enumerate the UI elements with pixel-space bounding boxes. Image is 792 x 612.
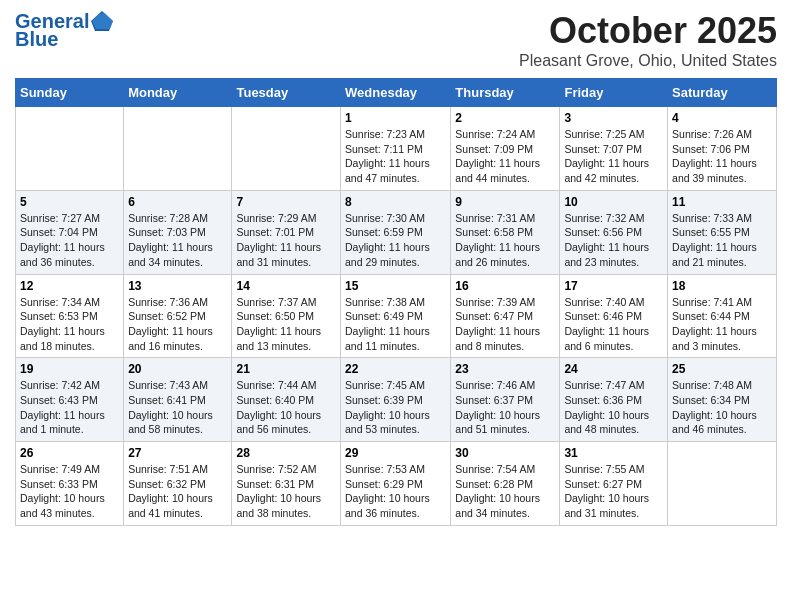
day-header-thursday: Thursday [451, 79, 560, 107]
day-info: Sunrise: 7:41 AM Sunset: 6:44 PM Dayligh… [672, 295, 772, 354]
day-info: Sunrise: 7:36 AM Sunset: 6:52 PM Dayligh… [128, 295, 227, 354]
day-number: 29 [345, 446, 446, 460]
day-header-tuesday: Tuesday [232, 79, 341, 107]
day-number: 22 [345, 362, 446, 376]
day-number: 1 [345, 111, 446, 125]
calendar-cell: 21Sunrise: 7:44 AM Sunset: 6:40 PM Dayli… [232, 358, 341, 442]
svg-marker-1 [92, 13, 113, 29]
day-number: 30 [455, 446, 555, 460]
day-info: Sunrise: 7:46 AM Sunset: 6:37 PM Dayligh… [455, 378, 555, 437]
calendar-cell: 28Sunrise: 7:52 AM Sunset: 6:31 PM Dayli… [232, 442, 341, 526]
logo: General Blue [15, 10, 113, 50]
day-info: Sunrise: 7:47 AM Sunset: 6:36 PM Dayligh… [564, 378, 663, 437]
title-area: October 2025 Pleasant Grove, Ohio, Unite… [519, 10, 777, 70]
day-header-wednesday: Wednesday [341, 79, 451, 107]
day-info: Sunrise: 7:48 AM Sunset: 6:34 PM Dayligh… [672, 378, 772, 437]
day-info: Sunrise: 7:45 AM Sunset: 6:39 PM Dayligh… [345, 378, 446, 437]
day-header-sunday: Sunday [16, 79, 124, 107]
day-info: Sunrise: 7:39 AM Sunset: 6:47 PM Dayligh… [455, 295, 555, 354]
day-info: Sunrise: 7:25 AM Sunset: 7:07 PM Dayligh… [564, 127, 663, 186]
calendar-cell: 4Sunrise: 7:26 AM Sunset: 7:06 PM Daylig… [668, 107, 777, 191]
day-number: 4 [672, 111, 772, 125]
calendar-cell: 20Sunrise: 7:43 AM Sunset: 6:41 PM Dayli… [124, 358, 232, 442]
day-number: 25 [672, 362, 772, 376]
calendar-week-4: 19Sunrise: 7:42 AM Sunset: 6:43 PM Dayli… [16, 358, 777, 442]
calendar-header-row: SundayMondayTuesdayWednesdayThursdayFrid… [16, 79, 777, 107]
calendar-cell: 23Sunrise: 7:46 AM Sunset: 6:37 PM Dayli… [451, 358, 560, 442]
calendar-cell: 29Sunrise: 7:53 AM Sunset: 6:29 PM Dayli… [341, 442, 451, 526]
day-info: Sunrise: 7:38 AM Sunset: 6:49 PM Dayligh… [345, 295, 446, 354]
day-header-friday: Friday [560, 79, 668, 107]
day-number: 8 [345, 195, 446, 209]
day-header-monday: Monday [124, 79, 232, 107]
day-number: 2 [455, 111, 555, 125]
calendar-cell: 13Sunrise: 7:36 AM Sunset: 6:52 PM Dayli… [124, 274, 232, 358]
day-number: 12 [20, 279, 119, 293]
calendar-cell: 31Sunrise: 7:55 AM Sunset: 6:27 PM Dayli… [560, 442, 668, 526]
day-info: Sunrise: 7:42 AM Sunset: 6:43 PM Dayligh… [20, 378, 119, 437]
day-info: Sunrise: 7:52 AM Sunset: 6:31 PM Dayligh… [236, 462, 336, 521]
calendar-week-2: 5Sunrise: 7:27 AM Sunset: 7:04 PM Daylig… [16, 190, 777, 274]
day-number: 18 [672, 279, 772, 293]
day-number: 9 [455, 195, 555, 209]
day-number: 31 [564, 446, 663, 460]
calendar-cell: 24Sunrise: 7:47 AM Sunset: 6:36 PM Dayli… [560, 358, 668, 442]
calendar-week-3: 12Sunrise: 7:34 AM Sunset: 6:53 PM Dayli… [16, 274, 777, 358]
calendar-cell: 6Sunrise: 7:28 AM Sunset: 7:03 PM Daylig… [124, 190, 232, 274]
page-header: General Blue October 2025 Pleasant Grove… [15, 10, 777, 70]
calendar-cell: 27Sunrise: 7:51 AM Sunset: 6:32 PM Dayli… [124, 442, 232, 526]
day-number: 14 [236, 279, 336, 293]
calendar-week-1: 1Sunrise: 7:23 AM Sunset: 7:11 PM Daylig… [16, 107, 777, 191]
day-info: Sunrise: 7:24 AM Sunset: 7:09 PM Dayligh… [455, 127, 555, 186]
day-number: 6 [128, 195, 227, 209]
day-number: 23 [455, 362, 555, 376]
calendar-cell: 19Sunrise: 7:42 AM Sunset: 6:43 PM Dayli… [16, 358, 124, 442]
day-number: 3 [564, 111, 663, 125]
day-number: 28 [236, 446, 336, 460]
location: Pleasant Grove, Ohio, United States [519, 52, 777, 70]
calendar-cell: 11Sunrise: 7:33 AM Sunset: 6:55 PM Dayli… [668, 190, 777, 274]
day-number: 27 [128, 446, 227, 460]
calendar-cell: 10Sunrise: 7:32 AM Sunset: 6:56 PM Dayli… [560, 190, 668, 274]
calendar-cell: 25Sunrise: 7:48 AM Sunset: 6:34 PM Dayli… [668, 358, 777, 442]
calendar-cell: 9Sunrise: 7:31 AM Sunset: 6:58 PM Daylig… [451, 190, 560, 274]
day-info: Sunrise: 7:54 AM Sunset: 6:28 PM Dayligh… [455, 462, 555, 521]
day-number: 24 [564, 362, 663, 376]
calendar-cell: 17Sunrise: 7:40 AM Sunset: 6:46 PM Dayli… [560, 274, 668, 358]
day-number: 11 [672, 195, 772, 209]
day-number: 7 [236, 195, 336, 209]
day-number: 15 [345, 279, 446, 293]
day-info: Sunrise: 7:51 AM Sunset: 6:32 PM Dayligh… [128, 462, 227, 521]
day-number: 20 [128, 362, 227, 376]
day-info: Sunrise: 7:43 AM Sunset: 6:41 PM Dayligh… [128, 378, 227, 437]
calendar-cell: 1Sunrise: 7:23 AM Sunset: 7:11 PM Daylig… [341, 107, 451, 191]
day-info: Sunrise: 7:37 AM Sunset: 6:50 PM Dayligh… [236, 295, 336, 354]
day-info: Sunrise: 7:29 AM Sunset: 7:01 PM Dayligh… [236, 211, 336, 270]
day-number: 10 [564, 195, 663, 209]
calendar-cell: 22Sunrise: 7:45 AM Sunset: 6:39 PM Dayli… [341, 358, 451, 442]
day-info: Sunrise: 7:28 AM Sunset: 7:03 PM Dayligh… [128, 211, 227, 270]
day-info: Sunrise: 7:49 AM Sunset: 6:33 PM Dayligh… [20, 462, 119, 521]
calendar-cell [668, 442, 777, 526]
day-info: Sunrise: 7:34 AM Sunset: 6:53 PM Dayligh… [20, 295, 119, 354]
day-info: Sunrise: 7:53 AM Sunset: 6:29 PM Dayligh… [345, 462, 446, 521]
calendar-cell: 15Sunrise: 7:38 AM Sunset: 6:49 PM Dayli… [341, 274, 451, 358]
month-title: October 2025 [519, 10, 777, 52]
day-info: Sunrise: 7:33 AM Sunset: 6:55 PM Dayligh… [672, 211, 772, 270]
day-info: Sunrise: 7:55 AM Sunset: 6:27 PM Dayligh… [564, 462, 663, 521]
calendar-cell: 18Sunrise: 7:41 AM Sunset: 6:44 PM Dayli… [668, 274, 777, 358]
day-info: Sunrise: 7:27 AM Sunset: 7:04 PM Dayligh… [20, 211, 119, 270]
calendar-cell: 5Sunrise: 7:27 AM Sunset: 7:04 PM Daylig… [16, 190, 124, 274]
calendar-cell: 30Sunrise: 7:54 AM Sunset: 6:28 PM Dayli… [451, 442, 560, 526]
day-header-saturday: Saturday [668, 79, 777, 107]
calendar-cell: 16Sunrise: 7:39 AM Sunset: 6:47 PM Dayli… [451, 274, 560, 358]
day-number: 13 [128, 279, 227, 293]
calendar-cell: 14Sunrise: 7:37 AM Sunset: 6:50 PM Dayli… [232, 274, 341, 358]
calendar-cell [124, 107, 232, 191]
calendar-cell: 12Sunrise: 7:34 AM Sunset: 6:53 PM Dayli… [16, 274, 124, 358]
calendar-cell: 3Sunrise: 7:25 AM Sunset: 7:07 PM Daylig… [560, 107, 668, 191]
logo-blue: Blue [15, 28, 113, 50]
day-info: Sunrise: 7:23 AM Sunset: 7:11 PM Dayligh… [345, 127, 446, 186]
day-info: Sunrise: 7:31 AM Sunset: 6:58 PM Dayligh… [455, 211, 555, 270]
day-info: Sunrise: 7:44 AM Sunset: 6:40 PM Dayligh… [236, 378, 336, 437]
